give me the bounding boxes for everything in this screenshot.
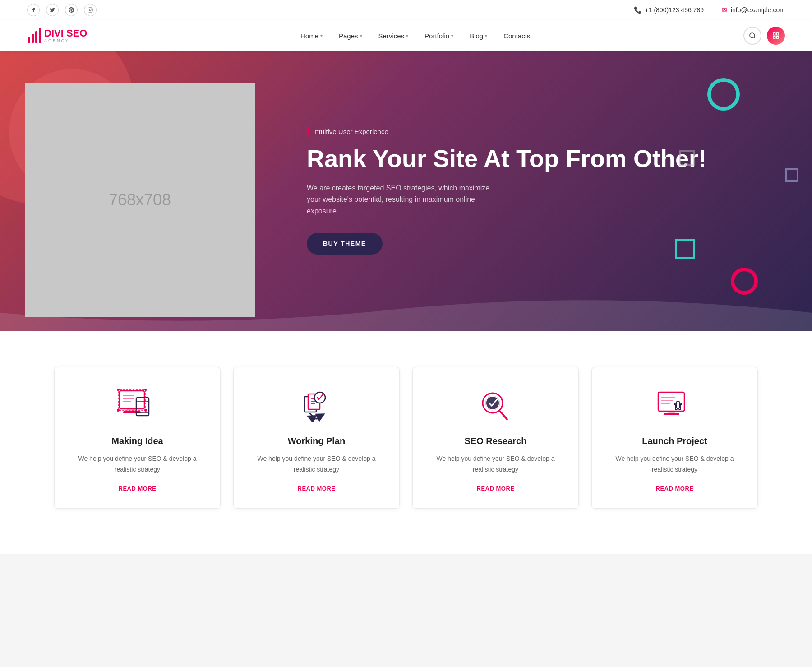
seo-research-desc: We help you define your SEO & develop a …	[429, 454, 562, 475]
service-card-launch-project: Launch Project We help you define your S…	[591, 367, 758, 509]
nav-contacts[interactable]: Contacts	[503, 32, 530, 40]
nav-blog[interactable]: Blog ▾	[470, 32, 487, 40]
nav-links: Home ▾ Pages ▾ Services ▾ Portfolio ▾ Bl…	[300, 32, 530, 40]
hero-image-placeholder: 768x708	[25, 83, 255, 317]
services-section: Making Idea We help you define your SEO …	[0, 331, 812, 554]
logo-divi: DIVI	[44, 28, 64, 39]
nav-portfolio[interactable]: Portfolio ▾	[424, 32, 453, 40]
svg-point-2	[92, 9, 92, 9]
logo-agency: AGENCY	[44, 38, 87, 43]
svg-point-20	[117, 389, 120, 391]
blog-arrow: ▾	[485, 33, 487, 38]
svg-rect-9	[773, 33, 775, 35]
hero-tagline: Intuitive User Experience	[307, 127, 776, 136]
seo-research-read-more[interactable]: READ MORE	[477, 485, 515, 492]
hero-section: 768x708 Intuitive User Experience Rank Y…	[0, 51, 812, 331]
svg-rect-3	[28, 37, 30, 43]
launch-project-desc: We help you define your SEO & develop a …	[608, 454, 741, 475]
hero-description: We are creates targeted SEO strategies, …	[307, 182, 505, 217]
svg-point-7	[750, 33, 755, 38]
instagram-icon[interactable]	[84, 4, 97, 16]
svg-rect-39	[664, 413, 679, 415]
making-idea-title: Making Idea	[111, 436, 163, 446]
deco-square-teal	[675, 239, 695, 259]
pages-arrow: ▾	[360, 33, 362, 38]
logo-seo: SEO	[64, 28, 88, 39]
services-arrow: ▾	[406, 33, 408, 38]
twitter-icon[interactable]	[46, 4, 59, 16]
svg-rect-4	[32, 34, 34, 43]
svg-line-8	[754, 37, 755, 38]
svg-line-35	[500, 411, 507, 419]
home-arrow: ▾	[320, 33, 323, 38]
pinterest-icon[interactable]	[65, 4, 78, 16]
tagline-bar	[307, 127, 309, 136]
email-item: ✉ info@example.com	[722, 6, 785, 14]
svg-rect-19	[118, 389, 146, 410]
working-plan-read-more[interactable]: READ MORE	[298, 485, 336, 492]
svg-rect-13	[120, 391, 144, 409]
navbar: DIVI SEO AGENCY Home ▾ Pages ▾ Services …	[0, 20, 812, 51]
making-idea-desc: We help you define your SEO & develop a …	[71, 454, 204, 475]
hero-title: Rank Your Site At Top From Other!	[307, 144, 776, 172]
deco-square-dark	[679, 150, 695, 166]
svg-point-1	[89, 9, 91, 11]
nav-home[interactable]: Home ▾	[300, 32, 323, 40]
nav-actions	[743, 27, 785, 45]
working-plan-title: Working Plan	[288, 436, 345, 446]
svg-rect-43	[676, 401, 680, 408]
launch-project-icon	[652, 387, 697, 423]
svg-rect-12	[776, 36, 779, 38]
contact-info: 📞 +1 (800)123 456 789 ✉ info@example.com	[634, 6, 785, 14]
services-grid: Making Idea We help you define your SEO …	[54, 367, 758, 509]
svg-rect-11	[773, 36, 775, 38]
deco-circle-teal	[707, 78, 740, 111]
portfolio-arrow: ▾	[451, 33, 453, 38]
phone-icon: 📞	[634, 6, 641, 14]
svg-rect-6	[39, 28, 41, 43]
hero-content: Intuitive User Experience Rank Your Site…	[280, 51, 812, 331]
making-idea-read-more[interactable]: READ MORE	[119, 485, 157, 492]
launch-project-title: Launch Project	[642, 436, 707, 446]
service-card-making-idea: Making Idea We help you define your SEO …	[54, 367, 221, 509]
launch-project-read-more[interactable]: READ MORE	[656, 485, 694, 492]
logo-chart-icon	[27, 28, 42, 44]
service-card-seo-research: SEO Research We help you define your SEO…	[412, 367, 579, 509]
social-links	[27, 4, 97, 16]
seo-research-title: SEO Research	[465, 436, 527, 446]
seo-research-icon	[473, 387, 518, 423]
email-address: info@example.com	[731, 6, 785, 14]
facebook-icon[interactable]	[27, 4, 40, 16]
email-icon: ✉	[722, 6, 727, 14]
deco-square-right	[785, 168, 798, 182]
nav-pages[interactable]: Pages ▾	[339, 32, 362, 40]
svg-rect-0	[88, 8, 92, 12]
svg-point-21	[144, 389, 147, 391]
top-bar: 📞 +1 (800)123 456 789 ✉ info@example.com	[0, 0, 812, 20]
making-idea-icon	[115, 387, 160, 423]
logo[interactable]: DIVI SEO AGENCY	[27, 28, 87, 44]
search-button[interactable]	[743, 27, 761, 45]
svg-rect-10	[776, 33, 779, 35]
svg-point-23	[144, 409, 147, 412]
svg-point-36	[486, 397, 499, 409]
grid-menu-button[interactable]	[767, 27, 785, 45]
svg-point-22	[117, 409, 120, 412]
nav-services[interactable]: Services ▾	[378, 32, 409, 40]
phone-item: 📞 +1 (800)123 456 789	[634, 6, 704, 14]
working-plan-icon	[294, 387, 339, 423]
working-plan-desc: We help you define your SEO & develop a …	[250, 454, 383, 475]
service-card-working-plan: Working Plan We help you define your SEO…	[233, 367, 400, 509]
deco-circle-pink	[731, 268, 758, 295]
phone-number: +1 (800)123 456 789	[645, 6, 704, 14]
hero-image-area: 768x708	[0, 51, 280, 331]
svg-rect-5	[35, 31, 37, 43]
hero-cta-button[interactable]: BUY THEME	[307, 233, 383, 255]
